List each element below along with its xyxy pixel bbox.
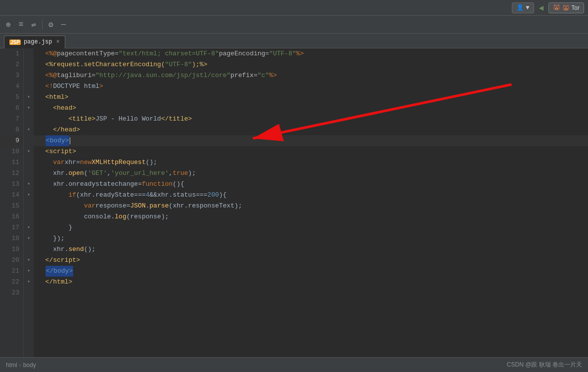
line-numbers-gutter: 1234567891011121314151617181920212223	[0, 48, 24, 357]
toolbar-separator	[42, 20, 43, 30]
line-number-15: 15	[0, 201, 23, 211]
gutter-cell-8: ▾	[24, 124, 34, 135]
tor-label: 🐻 Tor	[562, 4, 580, 11]
code-line-3: <%@taglib uri="http://java.sun.com/jsp/j…	[34, 70, 588, 81]
gutter-cell-10: ▾	[24, 146, 34, 157]
line-number-22: 22	[0, 277, 23, 288]
fold-icon-10[interactable]: ▾	[27, 146, 30, 157]
fold-icon-6[interactable]: ▾	[27, 103, 30, 114]
user-dropdown-arrow: ▼	[526, 4, 529, 11]
line-number-18: 18	[0, 233, 23, 244]
gutter-cell-21: ▾	[24, 266, 34, 277]
status-right-text: CSDN @跟 耿瑞 卷出一片天	[507, 361, 582, 369]
line-number-21: 21	[0, 266, 23, 277]
settings-icon[interactable]: ⚙	[46, 18, 55, 32]
code-line-7: <title>JSP - Hello World</title>	[34, 114, 588, 124]
fold-icon-14[interactable]: ▾	[27, 190, 30, 201]
tab-label: page.jsp	[24, 39, 52, 45]
minimize-icon[interactable]: —	[59, 18, 68, 31]
line-number-8: 8	[0, 124, 23, 135]
line-number-17: 17	[0, 222, 23, 233]
code-line-10: <script>	[34, 146, 588, 157]
breadcrumb-body: body	[23, 362, 36, 369]
gutter-cell-7	[24, 114, 34, 124]
line-number-20: 20	[0, 255, 23, 266]
gutter-cell-17: ▾	[24, 222, 34, 233]
gutter-cell-13: ▾	[24, 179, 34, 190]
code-line-1: <%@ page contentType="text/html; charset…	[34, 48, 588, 59]
tab-page-jsp[interactable]: JSP page.jsp ×	[4, 36, 65, 48]
gutter-cell-11	[24, 157, 34, 168]
line-number-2: 2	[0, 59, 23, 70]
gutter-cell-23	[24, 288, 34, 298]
code-line-20: </script>	[34, 255, 588, 266]
code-line-17: }	[34, 222, 588, 233]
gutter-cell-14: ▾	[24, 190, 34, 201]
code-line-21: </body>	[34, 266, 588, 277]
editor-wrapper: 1234567891011121314151617181920212223 ▾▾…	[0, 48, 588, 372]
tab-bar: JSP page.jsp ×	[0, 34, 588, 48]
fold-icon-22[interactable]: ▾	[27, 277, 30, 288]
line-number-14: 14	[0, 190, 23, 201]
line-number-5: 5	[0, 92, 23, 103]
code-line-18: });	[34, 233, 588, 244]
top-toolbar: 👤 ▼ ◀ 🐻 🐻 Tor	[0, 0, 588, 16]
line-number-7: 7	[0, 114, 23, 124]
list-icon[interactable]: ≡	[17, 18, 26, 31]
breadcrumb: html › body	[6, 362, 36, 369]
fold-icon-17[interactable]: ▾	[27, 222, 30, 233]
fold-icon-18[interactable]: ▾	[27, 233, 30, 244]
gutter-cell-1	[24, 48, 34, 59]
toolbar-right-buttons: 👤 ▼ ◀ 🐻 🐻 Tor	[512, 2, 584, 14]
breadcrumb-separator: ›	[19, 362, 21, 369]
code-line-19: xhr.send();	[34, 244, 588, 255]
fold-gutter: ▾▾▾▾▾▾▾▾▾▾▾	[24, 48, 34, 357]
add-icon[interactable]: ⊕	[4, 18, 13, 32]
tor-button[interactable]: 🐻 🐻 Tor	[548, 2, 584, 13]
code-line-8: </head>	[34, 124, 588, 135]
line-number-1: 1	[0, 48, 23, 59]
line-number-13: 13	[0, 179, 23, 190]
code-line-12: xhr.open('GET', 'your_url_here', true);	[34, 168, 588, 179]
gutter-cell-19	[24, 244, 34, 255]
line-number-6: 6	[0, 103, 23, 114]
line-number-19: 19	[0, 244, 23, 255]
tab-close-button[interactable]: ×	[56, 39, 60, 45]
editor-body: 1234567891011121314151617181920212223 ▾▾…	[0, 48, 588, 357]
gutter-cell-12	[24, 168, 34, 179]
gutter-cell-4	[24, 81, 34, 92]
gutter-cell-20: ▾	[24, 255, 34, 266]
user-menu-button[interactable]: 👤 ▼	[512, 2, 534, 13]
code-line-4: <!DOCTYPE html>	[34, 81, 588, 92]
line-number-9: 9	[0, 135, 23, 146]
code-line-16: console.log(response);	[34, 211, 588, 222]
gutter-cell-2	[24, 59, 34, 70]
line-number-3: 3	[0, 70, 23, 81]
code-line-15: var response = JSON.parse(xhr.responseTe…	[34, 201, 588, 211]
code-line-23	[34, 288, 588, 298]
gutter-cell-9	[24, 135, 34, 146]
code-line-9: <body>	[34, 135, 588, 146]
line-number-11: 11	[0, 157, 23, 168]
gutter-cell-22: ▾	[24, 277, 34, 288]
code-line-14: if (xhr.readyState === 4 && xhr.status =…	[34, 190, 588, 201]
status-bar: html › body CSDN @跟 耿瑞 卷出一片天	[0, 357, 588, 372]
code-line-5: <html>	[34, 92, 588, 103]
secondary-toolbar: ⊕ ≡ ⇌ ⚙ —	[0, 16, 588, 34]
line-number-23: 23	[0, 288, 23, 298]
fold-icon-8[interactable]: ▾	[27, 124, 30, 135]
fold-icon-21[interactable]: ▾	[27, 266, 30, 277]
fold-icon-20[interactable]: ▾	[27, 255, 30, 266]
gutter-cell-3	[24, 70, 34, 81]
code-editor[interactable]: <%@ page contentType="text/html; charset…	[34, 48, 588, 357]
fold-icon-5[interactable]: ▾	[27, 92, 30, 103]
code-line-2: <%request.setCharacterEncoding("UTF-8");…	[34, 59, 588, 70]
sync-icon[interactable]: ⇌	[29, 18, 38, 32]
gutter-cell-16	[24, 211, 34, 222]
nav-back-button[interactable]: ◀	[537, 2, 546, 14]
line-number-12: 12	[0, 168, 23, 179]
fold-icon-13[interactable]: ▾	[27, 179, 30, 190]
user-icon: 👤	[516, 4, 524, 11]
gutter-cell-5: ▾	[24, 92, 34, 103]
gutter-cell-15	[24, 201, 34, 211]
